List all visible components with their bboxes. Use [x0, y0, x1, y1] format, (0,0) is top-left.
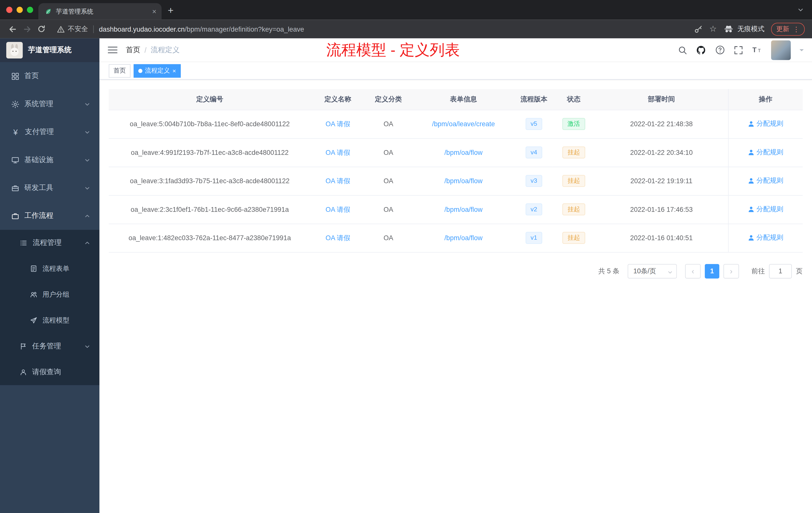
url-host: dashboard.yudao.iocoder.cn [99, 25, 185, 33]
form-info-link[interactable]: /bpm/oa/flow [444, 149, 483, 156]
sidebar-item-workflow[interactable]: 工作流程 [0, 202, 99, 230]
font-size-icon[interactable]: TT [752, 45, 762, 55]
app-navbar: 首页 / 流程定义 流程模型 - 定义列表 TT [99, 38, 812, 62]
chevron-down-icon [84, 343, 90, 349]
cell-deploy-time: 2022-01-22 20:34:10 [595, 138, 728, 167]
window-controls [0, 7, 38, 13]
assign-rule-link[interactable]: 分配规则 [748, 176, 783, 185]
address-bar[interactable]: dashboard.yudao.iocoder.cn/bpm/manager/d… [99, 25, 304, 33]
col-form-info: 表单信息 [412, 89, 516, 110]
sidebar-item-system[interactable]: 系统管理 [0, 90, 99, 118]
definition-name-link[interactable]: OA 请假 [326, 148, 350, 156]
tab-close-icon[interactable]: × [152, 8, 156, 15]
sidebar-item-devtools[interactable]: 研发工具 [0, 174, 99, 202]
breadcrumb-home[interactable]: 首页 [126, 45, 140, 55]
github-icon[interactable] [696, 45, 706, 55]
sidebar: 芋道管理系统 首页 系统管理 ¥ 支付管理 基础设施 [0, 38, 99, 513]
table-row: oa_leave:3:1fad3d93-7b75-11ec-a3c8-acde4… [109, 167, 803, 195]
form-info-link[interactable]: /bpm/oa/flow [444, 177, 483, 185]
assign-rule-link[interactable]: 分配规则 [748, 233, 783, 242]
browser-menu-icon[interactable]: ⋮ [793, 25, 800, 33]
security-chip[interactable]: 不安全 [57, 24, 88, 34]
tab-search-chevron-icon[interactable] [798, 7, 804, 13]
page-size-select[interactable]: 10条/页 [628, 264, 677, 278]
col-status: 状态 [553, 89, 595, 110]
tag-process-definition[interactable]: 流程定义 × [134, 64, 181, 78]
sidebar-item-user-group[interactable]: 用户分组 [0, 281, 99, 307]
send-icon [30, 317, 37, 324]
toolbar-right-cluster: ☆ 无痕模式 更新 ⋮ [694, 23, 807, 36]
person-icon [748, 120, 754, 127]
definition-name-link[interactable]: OA 请假 [326, 120, 350, 127]
current-page-button[interactable]: 1 [705, 264, 719, 278]
dashboard-icon [11, 72, 19, 80]
cell-category: OA [365, 223, 412, 252]
sidebar-item-leave-query[interactable]: 请假查询 [0, 359, 99, 385]
list-icon [20, 239, 27, 247]
screen: 芋道管理系统 × + 不安全 dashboard.yudao.iocoder.c… [0, 0, 812, 513]
definition-name-link[interactable]: OA 请假 [326, 234, 350, 241]
browser-tab[interactable]: 芋道管理系统 × [38, 3, 162, 20]
fullscreen-icon[interactable] [734, 45, 743, 55]
browser-update-button[interactable]: 更新 ⋮ [771, 23, 805, 36]
update-label: 更新 [776, 25, 789, 33]
breadcrumb-current: 流程定义 [151, 45, 180, 55]
assign-rule-link[interactable]: 分配规则 [748, 148, 783, 157]
prev-page-button[interactable]: ‹ [685, 264, 701, 278]
cell-category: OA [365, 138, 412, 167]
sidebar-item-infrastructure[interactable]: 基础设施 [0, 146, 99, 174]
sidebar-logo[interactable]: 芋道管理系统 [0, 38, 99, 62]
sidebar-item-label: 基础设施 [24, 155, 54, 164]
bookmark-star-icon[interactable]: ☆ [709, 25, 717, 33]
form-info-link[interactable]: /bpm/oa/flow [444, 206, 483, 213]
next-page-button[interactable]: › [723, 264, 739, 278]
toolbox-icon [11, 184, 19, 192]
new-tab-button[interactable]: + [168, 5, 174, 15]
minimize-window-button[interactable] [17, 7, 23, 13]
sidebar-item-label: 系统管理 [24, 99, 54, 109]
tag-home[interactable]: 首页 [109, 64, 130, 78]
maximize-window-button[interactable] [27, 7, 33, 13]
user-avatar[interactable] [771, 40, 791, 60]
close-window-button[interactable] [6, 7, 12, 13]
form-info-link[interactable]: /bpm/oa/leave/create [432, 120, 495, 128]
sidebar-item-label: 用户分组 [42, 290, 69, 299]
assign-rule-label: 分配规则 [756, 119, 783, 128]
form-info-link[interactable]: /bpm/oa/flow [444, 234, 483, 242]
chevron-down-icon [84, 129, 90, 135]
forward-arrow-icon [23, 25, 31, 33]
sidebar-item-label: 流程模型 [42, 316, 69, 325]
back-button[interactable] [5, 22, 20, 36]
col-process-version: 流程版本 [515, 89, 553, 110]
sidebar-item-process-model[interactable]: 流程模型 [0, 307, 99, 333]
navbar-right-cluster: TT [678, 40, 804, 60]
select-caret-icon [668, 270, 673, 275]
forward-button[interactable] [20, 22, 34, 36]
definition-name-link[interactable]: OA 请假 [326, 205, 350, 213]
search-icon[interactable] [678, 45, 687, 55]
person-icon [748, 177, 754, 184]
assign-rule-link[interactable]: 分配规则 [748, 205, 783, 214]
cell-definition-id: oa_leave:3:1fad3d93-7b75-11ec-a3c8-acde4… [109, 167, 311, 195]
users-icon [30, 291, 37, 298]
goto-page-input[interactable] [769, 264, 792, 278]
definition-name-link[interactable]: OA 请假 [326, 177, 350, 184]
sidebar-item-process-management[interactable]: 流程管理 [0, 230, 99, 256]
assign-rule-link[interactable]: 分配规则 [748, 119, 783, 128]
sidebar-item-task-management[interactable]: 任务管理 [0, 333, 99, 359]
tag-close-icon[interactable]: × [173, 67, 176, 74]
user-icon [20, 369, 27, 376]
sidebar-item-home[interactable]: 首页 [0, 62, 99, 90]
help-icon[interactable] [715, 45, 725, 55]
sidebar-item-label: 请假查询 [32, 367, 61, 377]
sidebar-item-payment[interactable]: ¥ 支付管理 [0, 118, 99, 146]
avatar-dropdown-caret-icon[interactable] [800, 49, 804, 54]
status-badge: 挂起 [562, 175, 585, 187]
sidebar-item-process-form[interactable]: 流程表单 [0, 256, 99, 281]
avatar-logo-image [6, 42, 23, 58]
cell-category: OA [365, 195, 412, 223]
reload-button[interactable] [34, 22, 49, 36]
hamburger-icon[interactable] [108, 46, 117, 54]
key-icon[interactable] [694, 25, 702, 33]
workflow-submenu: 流程管理 流程表单 用户分组 流程模型 任务管理 [0, 230, 99, 385]
